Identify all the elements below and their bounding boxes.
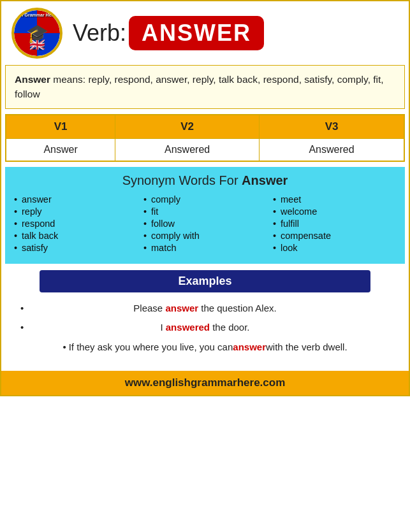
list-item: meet bbox=[273, 194, 396, 205]
list-item: satisfy bbox=[14, 243, 137, 253]
list-item: fulfill bbox=[273, 219, 396, 229]
synonym-title-bold: Answer bbox=[242, 173, 288, 187]
synonym-title: Synonym Words For Answer bbox=[14, 173, 396, 188]
list-item: fit bbox=[143, 206, 267, 217]
example-2-highlight: answered bbox=[166, 322, 210, 333]
example-1-before: Please bbox=[133, 303, 165, 313]
example-2-after: the door. bbox=[210, 322, 250, 333]
synonym-col-2: comply fit follow comply with match bbox=[143, 194, 267, 255]
bullet-3: • bbox=[62, 340, 66, 355]
example-2: I answered the door. bbox=[20, 320, 390, 335]
header-title-row: Verb: ANSWER bbox=[73, 16, 264, 50]
list-item: answer bbox=[14, 194, 137, 205]
list-item: follow bbox=[143, 219, 267, 229]
list-item: talk back bbox=[14, 231, 137, 241]
v3-value: Answered bbox=[260, 138, 404, 161]
synonym-col-3: meet welcome fulfill compensate look bbox=[273, 194, 396, 255]
definition-word: Answer bbox=[15, 74, 50, 85]
main-word: ANSWER bbox=[142, 20, 251, 46]
example-1-after: the question Alex. bbox=[198, 303, 277, 313]
example-3-before: If they ask you where you live, you can bbox=[69, 340, 233, 355]
example-1: Please answer the question Alex. bbox=[20, 301, 390, 316]
list-item: comply with bbox=[143, 231, 267, 241]
list-item: match bbox=[143, 243, 267, 253]
list-item: compensate bbox=[273, 231, 396, 241]
list-item: welcome bbox=[273, 206, 396, 217]
example-3: • If they ask you where you live, you ca… bbox=[20, 340, 390, 355]
definition-text: means: reply, respond, answer, reply, ta… bbox=[15, 74, 384, 99]
verb-forms-table: V1 V2 V3 Answer Answered Answered bbox=[5, 114, 405, 162]
v3-header: V3 bbox=[260, 115, 404, 139]
verb-label: Verb: bbox=[73, 20, 126, 47]
main-container: English Grammar Here.Com 🎓 🇬🇧 Verb: ANSW… bbox=[0, 0, 410, 396]
logo: English Grammar Here.Com 🎓 🇬🇧 bbox=[11, 8, 62, 59]
example-2-before: I bbox=[160, 322, 165, 333]
example-1-highlight: answer bbox=[165, 303, 198, 313]
footer: www.englishgrammarhere.com bbox=[1, 371, 409, 395]
list-item: reply bbox=[14, 206, 137, 217]
synonym-columns: answer reply respond talk back satisfy c… bbox=[14, 194, 396, 255]
synonym-col-1: answer reply respond talk back satisfy bbox=[14, 194, 137, 255]
examples-body: Please answer the question Alex. I answe… bbox=[1, 292, 409, 366]
footer-url: www.englishgrammarhere.com bbox=[125, 377, 286, 389]
example-3-highlight: answer bbox=[233, 340, 266, 355]
definition-box: Answer means: reply, respond, answer, re… bbox=[5, 65, 405, 109]
list-item: look bbox=[273, 243, 396, 253]
logo-text: English Grammar Here.Com bbox=[11, 13, 62, 17]
v2-value: Answered bbox=[115, 138, 260, 161]
example-3-after: with the verb dwell. bbox=[266, 340, 348, 355]
graduation-cap-icon: 🎓 bbox=[26, 23, 48, 44]
list-item: comply bbox=[143, 194, 267, 205]
word-highlight-box: ANSWER bbox=[129, 16, 264, 50]
synonym-title-plain: Synonym Words For bbox=[122, 173, 242, 187]
v2-header: V2 bbox=[115, 115, 260, 139]
synonym-section: Synonym Words For Answer answer reply re… bbox=[5, 167, 405, 264]
logo-inner: English Grammar Here.Com 🎓 🇬🇧 bbox=[14, 10, 60, 56]
list-item: respond bbox=[14, 219, 137, 229]
header: English Grammar Here.Com 🎓 🇬🇧 Verb: ANSW… bbox=[1, 1, 409, 65]
v1-value: Answer bbox=[6, 138, 115, 161]
examples-header: Examples bbox=[40, 270, 370, 292]
v1-header: V1 bbox=[6, 115, 115, 139]
